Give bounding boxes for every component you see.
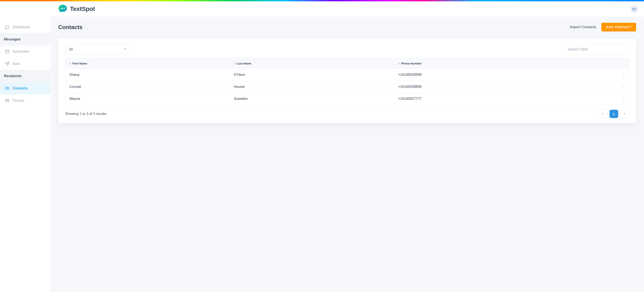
sidebar: Dashboard Messages Scheduled Sent R: [0, 16, 50, 292]
sidebar-item-label: Groups: [13, 99, 24, 102]
contacts-card: 10 First Name: [58, 38, 636, 123]
pager-page-1[interactable]: 1: [610, 110, 618, 118]
calendar-icon: [5, 49, 10, 54]
sidebar-item-contacts[interactable]: Contacts: [0, 82, 50, 94]
cell-phone: +16165557777: [398, 97, 612, 101]
svg-point-7: [8, 99, 9, 100]
kebab-icon: ⋮: [621, 84, 625, 89]
paper-plane-icon: [5, 61, 10, 66]
cell-first-name: Wayne: [69, 97, 234, 101]
row-actions-menu[interactable]: ⋮: [612, 72, 625, 77]
row-actions-menu[interactable]: ⋮: [612, 96, 625, 101]
main-content: Contacts Import Contacts ADD CONTACT 10: [50, 16, 644, 292]
svg-point-0: [60, 8, 62, 9]
chevron-left-icon: [601, 112, 604, 116]
svg-rect-3: [6, 50, 9, 53]
sidebar-item-label: Scheduled: [13, 50, 29, 53]
import-contacts-link[interactable]: Import Contacts: [570, 25, 596, 29]
cell-last-name: O'Hara: [234, 73, 398, 77]
cell-last-name: Hauser: [234, 85, 398, 89]
pagination: 1: [598, 110, 629, 118]
svg-point-1: [62, 8, 64, 9]
sidebar-item-dashboard[interactable]: Dashboard: [0, 21, 50, 33]
cell-phone: +16165558888: [398, 85, 612, 89]
chevron-right-icon: [623, 112, 626, 116]
svg-point-4: [6, 87, 7, 88]
pager-prev[interactable]: [598, 110, 607, 118]
page-size-select[interactable]: 10: [65, 44, 131, 54]
table-row: Shana O'Hara +16165559999 ⋮: [66, 69, 629, 81]
contacts-table: First Name Last Name: [65, 58, 629, 105]
page-size-value: 10: [69, 47, 73, 51]
sidebar-item-groups[interactable]: Groups: [0, 94, 50, 107]
topbar: TextSpot KZ: [0, 1, 644, 16]
sort-icon: [69, 62, 71, 65]
svg-point-6: [6, 99, 7, 100]
page-title: Contacts: [58, 24, 82, 30]
brand-name: TextSpot: [70, 5, 95, 12]
sidebar-item-label: Dashboard: [13, 25, 30, 29]
col-phone[interactable]: Phone Number: [398, 62, 612, 65]
cell-phone: +16165559999: [398, 73, 612, 77]
table-row: Wayne Sneeden +16165557777 ⋮: [66, 93, 629, 105]
people-icon: [5, 86, 10, 91]
svg-point-2: [64, 8, 65, 9]
sidebar-heading-recipients: Recipients: [0, 70, 50, 82]
svg-point-9: [8, 101, 9, 102]
sidebar-heading-messages: Messages: [0, 33, 50, 45]
row-actions-menu[interactable]: ⋮: [612, 84, 625, 89]
sidebar-item-label: Contacts: [13, 86, 28, 90]
user-initials: KZ: [632, 7, 636, 11]
user-avatar[interactable]: KZ: [630, 5, 638, 13]
group-icon: [5, 98, 10, 103]
cell-first-name: Shana: [69, 73, 234, 77]
sidebar-item-scheduled[interactable]: Scheduled: [0, 45, 50, 58]
chat-outline-icon: [5, 25, 10, 29]
kebab-icon: ⋮: [621, 72, 625, 77]
col-last-name[interactable]: Last Name: [234, 62, 398, 65]
svg-point-5: [8, 87, 9, 88]
table-row: Conrad Hauser +16165558888 ⋮: [66, 81, 629, 93]
table-search-input[interactable]: [564, 44, 629, 54]
svg-point-8: [6, 101, 7, 102]
cell-first-name: Conrad: [69, 85, 234, 89]
col-first-name[interactable]: First Name: [69, 62, 234, 65]
results-summary: Showing 1 to 3 of 3 results: [65, 112, 106, 116]
chevron-down-icon: [124, 47, 127, 51]
sort-icon: [398, 62, 400, 65]
table-header-row: First Name Last Name: [66, 58, 629, 69]
sidebar-item-label: Sent: [13, 62, 20, 66]
add-contact-button[interactable]: ADD CONTACT: [601, 23, 636, 31]
chat-bubble-icon: [58, 4, 68, 14]
sidebar-item-sent[interactable]: Sent: [0, 58, 50, 70]
sort-icon: [234, 62, 236, 65]
brand-logo[interactable]: TextSpot: [58, 4, 95, 14]
cell-last-name: Sneeden: [234, 97, 398, 101]
pager-next[interactable]: [620, 110, 629, 118]
kebab-icon: ⋮: [621, 96, 625, 101]
